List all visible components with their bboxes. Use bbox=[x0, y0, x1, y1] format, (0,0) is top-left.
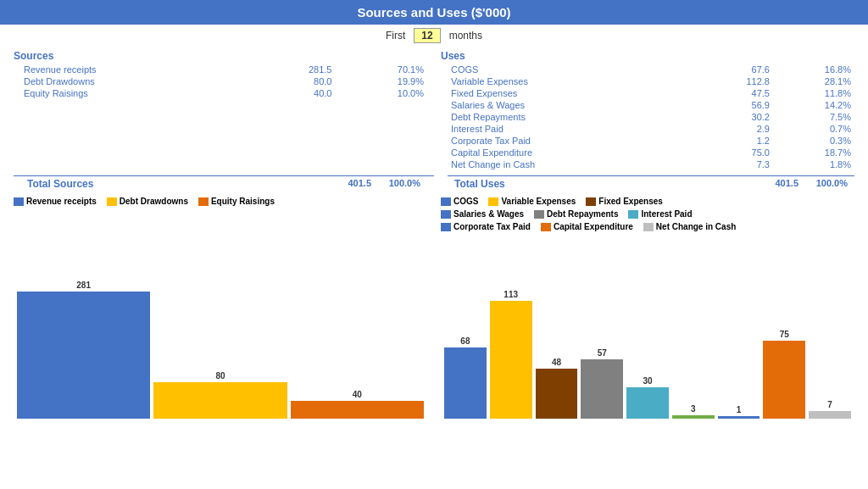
legend-label: Capital Expenditure bbox=[554, 222, 633, 231]
bar-fill bbox=[490, 301, 532, 419]
uses-title: Uses bbox=[441, 50, 854, 62]
use-value: 56.9 bbox=[680, 99, 773, 111]
use-label: Interest Paid bbox=[441, 123, 680, 135]
bar-value-label: 30 bbox=[643, 376, 652, 386]
legend-item: Net Change in Cash bbox=[643, 222, 736, 231]
legend-item: Corporate Tax Paid bbox=[441, 222, 531, 231]
uses-row: Capital Expenditure 75.0 18.7% bbox=[441, 147, 854, 158]
use-value: 30.2 bbox=[680, 111, 773, 123]
total-uses-value: 401.5 bbox=[756, 178, 798, 190]
use-label: Corporate Tax Paid bbox=[441, 135, 680, 147]
legend-color bbox=[541, 223, 551, 231]
legend-label: Corporate Tax Paid bbox=[453, 222, 531, 231]
bar-fill bbox=[626, 387, 669, 419]
legend-item: Revenue receipts bbox=[14, 197, 97, 206]
source-label: Equity Raisings bbox=[14, 87, 252, 99]
bar-group: 3 bbox=[672, 266, 715, 419]
total-sources-value: 401.5 bbox=[329, 178, 371, 190]
bar-fill bbox=[291, 401, 424, 419]
use-pct: 1.8% bbox=[773, 158, 854, 170]
bar-group: 68 bbox=[444, 266, 487, 419]
total-sources-row: Total Sources 401.5 100.0% bbox=[14, 175, 434, 192]
right-chart-legend: COGSVariable ExpensesFixed ExpensesSalar… bbox=[441, 197, 854, 231]
legend-color bbox=[643, 223, 654, 231]
use-label: Salaries & Wages bbox=[441, 99, 680, 111]
use-value: 75.0 bbox=[680, 147, 773, 158]
months-row: First 12 months bbox=[0, 25, 868, 47]
source-value: 281.5 bbox=[252, 64, 335, 75]
legend-color bbox=[586, 197, 596, 206]
legend-item: Capital Expenditure bbox=[541, 222, 633, 231]
legend-color bbox=[534, 210, 544, 219]
uses-row: COGS 67.6 16.8% bbox=[441, 64, 854, 75]
use-value: 112.8 bbox=[680, 75, 773, 87]
sources-column: Sources Revenue receipts 281.5 70.1% Deb… bbox=[7, 50, 434, 170]
legend-label: Fixed Expenses bbox=[598, 197, 663, 206]
bar-value-label: 75 bbox=[780, 330, 789, 339]
use-label: Capital Expenditure bbox=[441, 147, 680, 158]
bar-value-label: 113 bbox=[504, 290, 518, 299]
uses-row: Corporate Tax Paid 1.2 0.3% bbox=[441, 135, 854, 147]
total-uses-pct: 100.0% bbox=[805, 178, 848, 190]
bar-fill bbox=[581, 359, 623, 419]
use-label: Debt Repayments bbox=[441, 111, 680, 123]
bar-fill bbox=[672, 415, 715, 419]
sources-title: Sources bbox=[14, 50, 427, 62]
bar-fill bbox=[17, 292, 150, 419]
legend-label: Variable Expenses bbox=[501, 197, 576, 206]
total-uses-row: Total Uses 401.5 100.0% bbox=[448, 175, 854, 192]
use-value: 2.9 bbox=[680, 123, 773, 135]
bar-value-label: 57 bbox=[598, 348, 607, 358]
source-pct: 19.9% bbox=[335, 75, 427, 87]
uses-row: Interest Paid 2.9 0.7% bbox=[441, 123, 854, 135]
left-chart-legend: Revenue receiptsDebt DrawdownsEquity Rai… bbox=[14, 197, 427, 206]
legend-label: Net Change in Cash bbox=[656, 222, 736, 231]
bar-fill bbox=[763, 341, 805, 419]
legend-color bbox=[198, 197, 209, 206]
bar-value-label: 80 bbox=[215, 371, 225, 381]
bar-group: 75 bbox=[763, 266, 805, 419]
first-label: First bbox=[386, 30, 405, 42]
legend-color bbox=[441, 223, 451, 231]
legend-color bbox=[441, 210, 451, 219]
legend-item: Salaries & Wages bbox=[441, 209, 524, 219]
sources-row: Equity Raisings 40.0 10.0% bbox=[14, 87, 427, 99]
legend-label: Interest Paid bbox=[641, 209, 692, 219]
use-value: 47.5 bbox=[680, 87, 773, 99]
legend-color bbox=[488, 197, 498, 206]
legend-color bbox=[14, 197, 24, 206]
use-value: 1.2 bbox=[680, 135, 773, 147]
legend-color bbox=[107, 197, 117, 206]
uses-row: Net Change in Cash 7.3 1.8% bbox=[441, 158, 854, 170]
bar-fill bbox=[153, 382, 287, 419]
use-value: 67.6 bbox=[680, 64, 773, 75]
sources-row: Debt Drawdowns 80.0 19.9% bbox=[14, 75, 427, 87]
bar-group: 7 bbox=[809, 266, 851, 419]
bar-value-label: 48 bbox=[552, 358, 561, 367]
bar-value-label: 40 bbox=[353, 390, 362, 399]
bar-fill bbox=[718, 416, 760, 419]
use-label: Variable Expenses bbox=[441, 75, 680, 87]
total-sources-label: Total Sources bbox=[27, 178, 322, 190]
legend-label: Debt Repayments bbox=[547, 209, 618, 219]
legend-label: Revenue receipts bbox=[26, 197, 97, 206]
use-pct: 0.7% bbox=[773, 123, 854, 135]
bar-value-label: 1 bbox=[737, 405, 742, 414]
bar-fill bbox=[809, 411, 851, 419]
bar-group: 48 bbox=[536, 266, 578, 419]
uses-column: Uses COGS 67.6 16.8% Variable Expenses 1… bbox=[434, 50, 861, 170]
right-bar-chart: 6811348573031757 bbox=[441, 235, 854, 419]
bar-group: 57 bbox=[581, 266, 623, 419]
legend-item: COGS bbox=[441, 197, 478, 206]
legend-label: Salaries & Wages bbox=[453, 209, 524, 219]
legend-item: Debt Drawdowns bbox=[107, 197, 188, 206]
use-pct: 14.2% bbox=[773, 99, 854, 111]
totals-section: Total Sources 401.5 100.0% Total Uses 40… bbox=[0, 174, 868, 193]
legend-label: Equity Raisings bbox=[211, 197, 275, 206]
uses-row: Debt Repayments 30.2 7.5% bbox=[441, 111, 854, 123]
bar-group: 80 bbox=[153, 266, 287, 419]
legend-color bbox=[628, 210, 638, 219]
legend-item: Debt Repayments bbox=[534, 209, 618, 219]
sources-table: Revenue receipts 281.5 70.1% Debt Drawdo… bbox=[14, 64, 427, 99]
months-input[interactable]: 12 bbox=[414, 28, 440, 43]
